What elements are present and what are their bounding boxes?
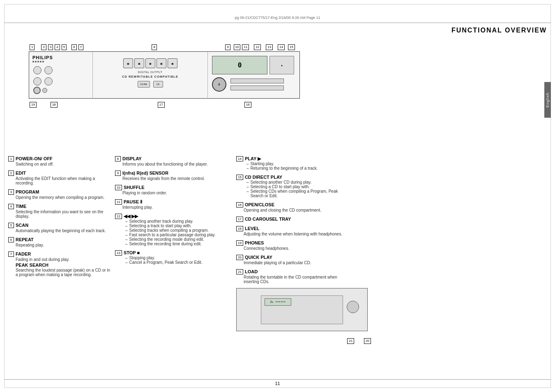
desc-title-18: 18 LEVEL xyxy=(236,226,351,231)
num-label-18: 18 xyxy=(51,102,58,108)
desc-title-5: 5 SCAN xyxy=(8,223,111,228)
english-tab: English xyxy=(544,82,551,118)
desc-num-12: 12 xyxy=(115,214,122,219)
num-label-16: 16 xyxy=(244,102,251,108)
desc-text-11: Interrupting play. xyxy=(115,205,230,210)
desc-title-15: 15 CD DIRECT PLAY xyxy=(236,175,351,180)
desc-num-9: 9 xyxy=(115,171,121,176)
display-strip-2 xyxy=(230,85,284,90)
desc-dash-15-1: Selecting another CD during play. xyxy=(236,180,351,184)
desc-item-4: 4 TIME Selecting the information you wan… xyxy=(8,204,111,219)
desc-label-1: POWER-ON/ OFF xyxy=(16,156,53,161)
desc-num-3: 3 xyxy=(8,189,14,195)
desc-item-19: 19 PHONES Connecting headphones. xyxy=(236,240,351,251)
num-label-6: 6 xyxy=(71,44,76,50)
desc-item-12: 12 ◀◀ ▶▶ Selecting another track during … xyxy=(115,214,230,246)
btn-circle-3[interactable] xyxy=(33,77,41,85)
desc-label-17: CD CAROUSEL TRAY xyxy=(245,217,291,221)
desc-label-11: PAUSE Ⅱ xyxy=(124,199,142,205)
desc-item-16: 16 OPEN/CLOSE Opening and closing the CD… xyxy=(236,202,351,212)
desc-title-11: 11 PAUSE Ⅱ xyxy=(115,199,230,205)
cd-player-image: 2▸ •••••• xyxy=(236,288,368,331)
desc-dash-12-5: Selecting the recording mode during edit… xyxy=(115,237,230,242)
desc-num-8: 8 xyxy=(115,156,121,161)
btn-circle-1[interactable] xyxy=(33,66,41,74)
volume-knob[interactable]: 0 xyxy=(212,77,226,92)
headphone-area xyxy=(33,87,47,94)
cd-display-text: 2▸ •••••• xyxy=(270,300,286,304)
cd-icon-3: ▣ xyxy=(145,58,155,68)
desc-num-16: 16 xyxy=(236,202,243,208)
diagram-numbers-top: 1 2 3 4 5 6 7 8 9 10 11 12 13 14 15 xyxy=(29,44,296,50)
desc-dash-15-3: Selecting CDs when compiling a Program, … xyxy=(236,189,351,198)
diagram-numbers-bottom: 19 18 17 16 xyxy=(29,102,252,108)
page-title: FUNCTIONAL OVERVIEW xyxy=(451,27,547,34)
desc-text-2: Activating the EDIT function when making… xyxy=(8,176,111,185)
desc-item-3: 3 PROGRAM Opening the memory when compil… xyxy=(8,189,111,200)
num-label-8: 8 xyxy=(152,44,157,50)
desc-label-19: PHONES xyxy=(245,240,264,245)
desc-text-21: Rotating the turntable in the CD compart… xyxy=(236,275,351,284)
desc-num-15: 15 xyxy=(236,175,243,180)
desc-text-5: Automatically playing the beginning of e… xyxy=(8,228,111,233)
desc-title-21: 21 LOAD xyxy=(236,269,351,274)
desc-num-2: 2 xyxy=(8,171,14,176)
cd-label-20: 20 xyxy=(364,338,371,344)
desc-label-21: LOAD xyxy=(245,269,258,274)
volume-number: 0 xyxy=(219,83,220,86)
desc-title-14: 14 PLAY ▶ xyxy=(236,156,351,161)
print-info: pg 09-21/CDC775/17-Eng 2/16/00 9:26 AM P… xyxy=(235,16,320,20)
desc-item-20: 20 QUICK PLAY Immediate playing of a par… xyxy=(236,255,351,265)
desc-num-5: 5 xyxy=(8,223,14,228)
desc-num-1: 1 xyxy=(8,156,14,161)
desc-text-19: Connecting headphones. xyxy=(236,246,351,251)
desc-title-6: 6 REPEAT xyxy=(8,237,111,242)
desc-dash-12-6: Selecting the recording time during edit… xyxy=(115,242,230,246)
headphone-jack[interactable] xyxy=(33,87,41,94)
desc-item-18: 18 LEVEL Adjusting the volume when liste… xyxy=(236,226,351,236)
cd-label-21: 21 xyxy=(347,338,354,344)
main-display: 0 xyxy=(212,56,267,74)
desc-item-8: 8 DISPLAY Informs you about the function… xyxy=(115,156,230,166)
desc-item-9: 9 I(nfra) R(ed) SENSOR Receives the sign… xyxy=(115,171,230,181)
device-middle: ▣ ▣ ▣ ▣ ▣ DIGITAL OUTPUT CD REWRITABLE C… xyxy=(93,52,208,99)
device-frame: PHILIPS ▣ ▣ ▣ ▣ ▣ DIGITA xyxy=(29,51,300,99)
device-buttons-grid xyxy=(33,66,53,85)
desc-item-6: 6 REPEAT Repeating play. xyxy=(8,237,111,247)
desc-text-4: Selecting the information you want to se… xyxy=(8,210,111,219)
btn-circle-2[interactable] xyxy=(44,66,53,74)
desc-num-21: 21 xyxy=(236,269,243,274)
desc-label-4: TIME xyxy=(16,204,26,209)
desc-text-1: Switching on and off. xyxy=(8,162,111,166)
header-line xyxy=(4,23,551,23)
volume-small-knob[interactable] xyxy=(42,88,47,93)
desc-title-16: 16 OPEN/CLOSE xyxy=(236,202,351,208)
num-label-4: 4 xyxy=(55,44,60,50)
descriptions-col3: 14 PLAY ▶ Starting play. Returning to th… xyxy=(236,156,351,337)
desc-item-15: 15 CD DIRECT PLAY Selecting another CD d… xyxy=(236,175,351,198)
desc-label-3: PROGRAM xyxy=(16,189,39,194)
desc-num-7: 7 xyxy=(8,251,14,257)
cd-icon-5: ▣ xyxy=(168,58,177,68)
desc-title-4: 4 TIME xyxy=(8,204,111,209)
logo-row: CD-RW CD xyxy=(138,81,163,88)
cd-inner-display: 2▸ •••••• xyxy=(265,298,291,306)
desc-num-4: 4 xyxy=(8,204,14,209)
cd-bottom-labels: 21 20 xyxy=(346,338,372,344)
desc-num-11: 11 xyxy=(115,199,122,205)
display-strip-1 xyxy=(230,78,284,83)
btn-circle-4[interactable] xyxy=(44,77,53,85)
desc-dash-12-4: Fast search to a particular passage duri… xyxy=(115,233,230,237)
desc-text-16: Opening and closing the CD compartment. xyxy=(236,208,351,212)
desc-title-10: 10 SHUFFLE xyxy=(115,185,230,190)
num-label-17: 17 xyxy=(158,102,165,108)
desc-num-13: 13 xyxy=(115,250,122,256)
desc-subtitle-7: PEAK SEARCH xyxy=(8,263,111,267)
desc-title-20: 20 QUICK PLAY xyxy=(236,255,351,260)
open-close-area[interactable]: ▲ xyxy=(269,56,294,74)
indicator-dots xyxy=(32,61,44,62)
cd-right-btn[interactable] xyxy=(347,301,359,313)
desc-title-9: 9 I(nfra) R(ed) SENSOR xyxy=(115,171,230,176)
desc-num-17: 17 xyxy=(236,217,243,222)
logo-2: CD xyxy=(153,81,163,88)
